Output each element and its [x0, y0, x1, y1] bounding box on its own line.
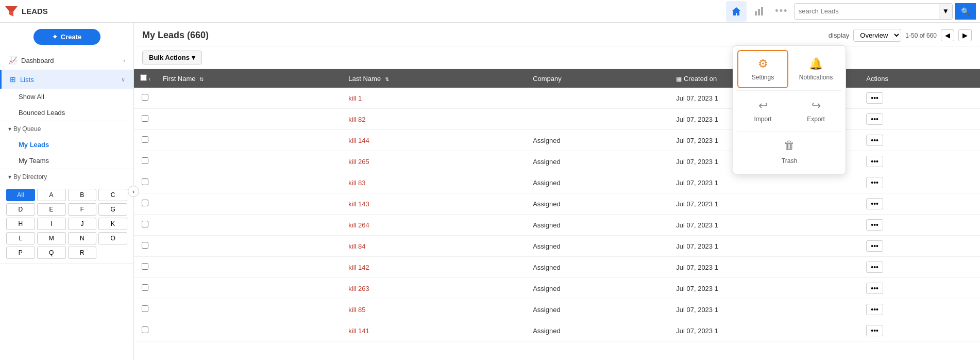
- row-checkbox-2[interactable]: [142, 136, 148, 143]
- last-name-cell[interactable]: kill 85: [342, 299, 527, 320]
- row-checkbox-11[interactable]: [142, 326, 148, 333]
- first-name-cell: [157, 88, 342, 109]
- last-name-cell[interactable]: kill 142: [342, 257, 527, 278]
- row-actions-button-9[interactable]: •••: [866, 283, 883, 294]
- table-row: kill 144 Assigned Jul 07, 2023 1 •••: [134, 130, 980, 151]
- notifications-menu-item[interactable]: 🔔 Notifications: [790, 50, 841, 88]
- directory-letter-b[interactable]: B: [68, 189, 97, 201]
- row-checkbox-0[interactable]: [142, 94, 148, 101]
- last-name-cell[interactable]: kill 264: [342, 215, 527, 236]
- dropdown-divider-2: [737, 131, 841, 132]
- select-all-checkbox[interactable]: [140, 74, 147, 81]
- dashboard-arrow-icon: ›: [123, 57, 125, 63]
- sidebar-collapse-button[interactable]: ‹: [128, 186, 139, 197]
- actions-cell: •••: [860, 299, 980, 320]
- last-name-header[interactable]: Last Name ⇅: [342, 69, 527, 88]
- directory-letter-i[interactable]: I: [37, 218, 66, 230]
- created-on-label: Created on: [684, 75, 717, 83]
- row-actions-button-5[interactable]: •••: [866, 198, 883, 209]
- last-name-cell[interactable]: kill 263: [342, 278, 527, 299]
- directory-letter-k[interactable]: K: [98, 218, 127, 230]
- first-name-header[interactable]: First Name ⇅: [157, 69, 342, 88]
- last-name-cell[interactable]: kill 144: [342, 130, 527, 151]
- app-title: LEADS: [22, 7, 48, 15]
- sidebar-section-by-directory: By Directory AllABCDEFGHIJKLMNOPQR: [0, 169, 133, 264]
- create-button[interactable]: ✦ Create: [33, 29, 100, 45]
- header-left-arrow-icon: ‹: [149, 76, 150, 82]
- directory-letter-m[interactable]: M: [37, 232, 66, 244]
- last-name-cell[interactable]: kill 84: [342, 236, 527, 257]
- row-actions-button-2[interactable]: •••: [866, 135, 883, 146]
- directory-letter-a[interactable]: A: [37, 189, 66, 201]
- directory-letter-n[interactable]: N: [68, 232, 97, 244]
- bulk-actions-button[interactable]: Bulk Actions ▾: [142, 51, 202, 64]
- row-checkbox-8[interactable]: [142, 263, 148, 270]
- directory-letter-d[interactable]: D: [6, 203, 35, 216]
- actions-cell: •••: [860, 193, 980, 215]
- directory-letter-r[interactable]: R: [68, 247, 97, 259]
- row-actions-button-3[interactable]: •••: [866, 156, 883, 167]
- prev-page-button[interactable]: ◀: [941, 29, 954, 41]
- import-menu-item[interactable]: ↩ Import: [737, 93, 788, 129]
- sidebar-item-dashboard[interactable]: 📈 Dashboard ›: [0, 51, 133, 70]
- directory-letter-l[interactable]: L: [6, 232, 35, 244]
- directory-letter-j[interactable]: J: [68, 218, 97, 230]
- row-actions-button-1[interactable]: •••: [866, 113, 883, 125]
- search-dropdown-button[interactable]: ▼: [939, 4, 952, 19]
- sidebar-item-lists[interactable]: ⊞ Lists ∨: [0, 70, 133, 89]
- row-checkbox-7[interactable]: [142, 242, 148, 249]
- last-name-cell[interactable]: kill 265: [342, 151, 527, 172]
- actions-cell: •••: [860, 257, 980, 278]
- row-actions-button-7[interactable]: •••: [866, 240, 883, 252]
- sidebar-bounced-leads[interactable]: Bounced Leads: [0, 105, 133, 121]
- directory-letter-q[interactable]: Q: [37, 247, 66, 259]
- directory-letter-e[interactable]: E: [37, 203, 66, 216]
- row-actions-button-4[interactable]: •••: [866, 177, 883, 188]
- last-name-cell[interactable]: kill 141: [342, 320, 527, 341]
- row-checkbox-10[interactable]: [142, 305, 148, 312]
- view-select[interactable]: Overview: [853, 29, 901, 42]
- directory-letter-h[interactable]: H: [6, 218, 35, 230]
- last-name-cell[interactable]: kill 83: [342, 172, 527, 193]
- directory-letter-g[interactable]: G: [98, 203, 127, 216]
- directory-letter-all[interactable]: All: [6, 189, 35, 201]
- last-name-cell[interactable]: kill 1: [342, 88, 527, 109]
- more-button[interactable]: •••: [771, 1, 792, 22]
- company-cell: [527, 88, 670, 109]
- row-checkbox-9[interactable]: [142, 284, 148, 291]
- row-checkbox-4[interactable]: [142, 178, 148, 185]
- row-actions-button-10[interactable]: •••: [866, 304, 883, 315]
- by-queue-header[interactable]: By Queue: [0, 121, 133, 137]
- search-submit-button[interactable]: 🔍: [955, 3, 976, 20]
- sidebar-lists-label: Lists: [20, 76, 121, 84]
- row-actions-button-11[interactable]: •••: [866, 325, 883, 336]
- sidebar-my-leads[interactable]: My Leads: [0, 137, 133, 153]
- last-name-cell[interactable]: kill 143: [342, 193, 527, 215]
- export-menu-item[interactable]: ↪ Export: [790, 93, 841, 129]
- last-name-cell[interactable]: kill 82: [342, 109, 527, 130]
- next-page-button[interactable]: ▶: [958, 29, 972, 41]
- directory-letter-f[interactable]: F: [68, 203, 97, 216]
- settings-menu-item[interactable]: ⚙ Settings: [737, 50, 788, 88]
- row-checkbox-cell: [134, 257, 157, 278]
- trash-menu-item[interactable]: 🗑 Trash: [737, 134, 841, 170]
- row-checkbox-6[interactable]: [142, 221, 148, 227]
- directory-letter-p[interactable]: P: [6, 247, 35, 259]
- home-button[interactable]: [726, 1, 747, 22]
- by-directory-header[interactable]: By Directory: [0, 169, 133, 185]
- svg-rect-4: [761, 7, 763, 15]
- row-checkbox-1[interactable]: [142, 115, 148, 122]
- row-actions-button-6[interactable]: •••: [866, 219, 883, 231]
- directory-letter-o[interactable]: O: [98, 232, 127, 244]
- chart-button[interactable]: [749, 1, 769, 22]
- row-checkbox-3[interactable]: [142, 157, 148, 164]
- row-checkbox-5[interactable]: [142, 200, 148, 206]
- search-input[interactable]: [795, 7, 939, 15]
- sidebar-my-teams[interactable]: My Teams: [0, 153, 133, 169]
- sidebar-show-all[interactable]: Show All: [0, 89, 133, 105]
- row-checkbox-cell: [134, 278, 157, 299]
- row-actions-button-8[interactable]: •••: [866, 261, 883, 273]
- home-icon: [731, 6, 741, 17]
- directory-letter-c[interactable]: C: [98, 189, 127, 201]
- row-actions-button-0[interactable]: •••: [866, 92, 883, 104]
